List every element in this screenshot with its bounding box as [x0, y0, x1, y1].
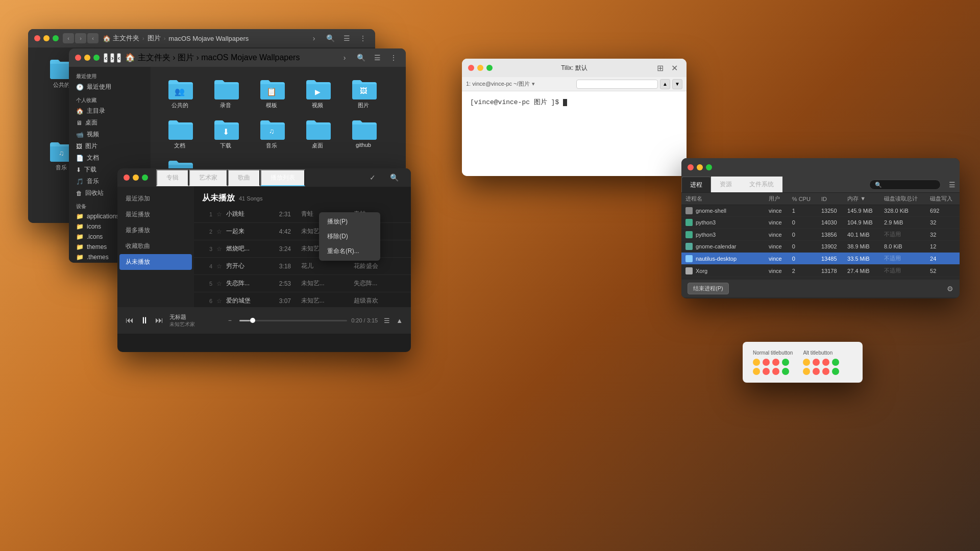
tl-red2-alt[interactable] [822, 359, 829, 366]
kill-process-button[interactable]: 结束进程(P) [688, 283, 729, 294]
process-row[interactable]: gnome-shell vince113250145.9 MiB328.0 Ki… [681, 205, 960, 217]
tl-yellow-normal[interactable] [753, 359, 760, 366]
terminal-close-button[interactable] [468, 65, 474, 71]
finder1-maximize-button[interactable] [53, 35, 59, 41]
folder-item-video[interactable]: ▶ 视频 [295, 73, 340, 113]
playlist-item-favorites[interactable]: 收藏歌曲 [117, 238, 194, 254]
finder2-list-view-button[interactable]: ☰ [371, 52, 383, 64]
folder-item-music[interactable]: ♫ 音乐 [249, 113, 295, 154]
finder1-search-button[interactable]: 🔍 [324, 32, 336, 44]
track-star[interactable]: ☆ [216, 263, 222, 270]
playlist-item-recent-added[interactable]: 最近添加 [117, 191, 194, 207]
tl-green2-normal[interactable] [782, 368, 789, 375]
tl-red-normal[interactable] [763, 359, 770, 366]
ctx-play[interactable]: 播放(P) [319, 214, 380, 229]
folder-item-templates[interactable]: 📋 模板 [249, 73, 295, 113]
tab-songs[interactable]: 歌曲 [228, 169, 260, 186]
playlist-view-button[interactable]: ☰ [384, 317, 390, 324]
process-row[interactable]: gnome-calendar vince01390238.9 MiB8.0 Ki… [681, 241, 960, 253]
ctx-rename[interactable]: 重命名(R)... [319, 244, 380, 259]
tl-yellow2-alt[interactable] [803, 368, 810, 375]
tl-green2-alt[interactable] [832, 368, 839, 375]
terminal-tab-dropdown[interactable]: ▾ [532, 81, 535, 87]
finder1-close-button[interactable] [34, 35, 40, 41]
tl-red4-normal[interactable] [772, 368, 779, 375]
col-disk-read[interactable]: 磁盘读取总计 [880, 193, 926, 205]
sysmon-maximize-button[interactable] [706, 164, 712, 170]
finder2-search-button[interactable]: 🔍 [355, 52, 367, 64]
tl-red4-alt[interactable] [822, 368, 829, 375]
process-row[interactable]: Xorg vince21317827.4 MiB不适用52 [681, 265, 960, 277]
sidebar-item-pictures[interactable]: 🖼图片 [71, 140, 149, 152]
sidebar-item-video[interactable]: 📹视频 [71, 129, 149, 140]
finder1-next-button[interactable]: › [308, 32, 320, 44]
folder-item-docs[interactable]: 文档 [157, 113, 203, 154]
tl-green-normal[interactable] [782, 359, 789, 366]
finder2-next-button[interactable]: › [338, 52, 351, 64]
track-star[interactable]: ☆ [216, 211, 222, 218]
folder-item-desktop[interactable]: 桌面 [295, 113, 340, 154]
finder2-forward-button[interactable]: › [110, 53, 114, 63]
music-search-button[interactable]: 🔍 [384, 173, 405, 182]
up-arrow-button[interactable]: ▲ [396, 317, 403, 324]
process-row[interactable]: python3 vince014030104.9 MiB2.9 MiB32 [681, 217, 960, 229]
track-row-6[interactable]: 6 ☆ 爱的城堡 3:07 未知艺... 超级喜欢 [194, 292, 411, 307]
folder-item-public[interactable]: 👥 公共的 [157, 73, 203, 113]
tab-playlists[interactable]: 播放列表 [260, 169, 305, 186]
pause-button[interactable]: ⏸ [140, 315, 149, 326]
music-minimize-button[interactable] [133, 174, 139, 181]
folder-item-pictures[interactable]: 🖼 图片 [340, 73, 386, 113]
tl-yellow2-normal[interactable] [753, 368, 760, 375]
tl-green-alt[interactable] [832, 359, 839, 366]
volume-minus-button[interactable]: － [227, 316, 233, 325]
folder-item-audio[interactable]: 录音 [203, 73, 249, 113]
finder1-bc-pictures[interactable]: 图片 [148, 34, 161, 43]
track-star[interactable]: ☆ [216, 245, 222, 253]
finder1-back-button[interactable]: ‹ [63, 33, 74, 43]
terminal-close-x-button[interactable]: ✕ [668, 62, 680, 74]
track-star[interactable]: ☆ [216, 228, 222, 235]
folder-item-downloads[interactable]: ⬇ 下载 [203, 113, 249, 154]
process-row-selected[interactable]: nautilus-desktop vince01348533.5 MiB不适用2… [681, 253, 960, 265]
prev-track-button[interactable]: ⏮ [126, 316, 134, 325]
finder1-settings-button[interactable]: ⋮ [357, 32, 369, 44]
finder1-prev-button[interactable]: ‹ [87, 33, 99, 43]
tab-artists[interactable]: 艺术家 [189, 169, 228, 186]
terminal-search-down-button[interactable]: ▼ [672, 79, 682, 89]
playlist-item-most-played[interactable]: 最多播放 [117, 222, 194, 238]
music-maximize-button[interactable] [142, 174, 148, 181]
col-user[interactable]: 用户 [765, 193, 788, 205]
terminal-minimize-button[interactable] [477, 65, 483, 71]
terminal-maximize-button[interactable] [486, 65, 493, 71]
sidebar-item-docs[interactable]: 📄文档 [71, 152, 149, 164]
sysmon-gear-button[interactable]: ⚙ [947, 285, 953, 293]
tl-red3-alt[interactable] [813, 368, 820, 375]
terminal-search-up-button[interactable]: ▲ [660, 79, 670, 89]
tab-albums[interactable]: 专辑 [156, 169, 189, 186]
col-process-name[interactable]: 进程名 [681, 193, 765, 205]
finder1-forward-button[interactable]: › [75, 33, 86, 43]
finder2-bc-pictures[interactable]: 图片 [178, 53, 194, 62]
finder2-settings-button[interactable]: ⋮ [387, 52, 400, 64]
finder2-minimize-button[interactable] [84, 55, 90, 61]
terminal-tab[interactable]: 1: vince@vince-pc ~/图片 ▾ [466, 80, 535, 88]
finder2-back-button[interactable]: ‹ [104, 53, 108, 63]
tl-red3-normal[interactable] [763, 368, 770, 375]
sidebar-item-desktop[interactable]: 🖥桌面 [71, 117, 149, 129]
finder1-bc-home[interactable]: 🏠 主文件夹 [103, 34, 139, 43]
tab-processes[interactable]: 进程 [681, 177, 711, 192]
finder1-bc-wallpapers[interactable]: macOS Mojave Wallpapers [168, 35, 249, 42]
finder1-minimize-button[interactable] [43, 35, 50, 41]
sidebar-item-recent[interactable]: 🕐 最近使用 [71, 81, 149, 93]
tab-resources[interactable]: 资源 [711, 177, 741, 192]
finder2-bc-home[interactable]: 🏠 主文件夹 [125, 53, 170, 62]
track-star[interactable]: ☆ [216, 297, 222, 305]
tl-red-alt[interactable] [813, 359, 820, 366]
music-checkmark-button[interactable]: ✓ [365, 173, 380, 182]
terminal-zoom-button[interactable]: ⊞ [654, 62, 666, 74]
finder2-maximize-button[interactable] [93, 55, 100, 61]
tl-yellow-alt[interactable] [803, 359, 810, 366]
music-close-button[interactable] [124, 174, 130, 181]
playlist-item-recent-played[interactable]: 最近播放 [117, 207, 194, 222]
sysmon-menu-button[interactable]: ☰ [945, 177, 960, 192]
